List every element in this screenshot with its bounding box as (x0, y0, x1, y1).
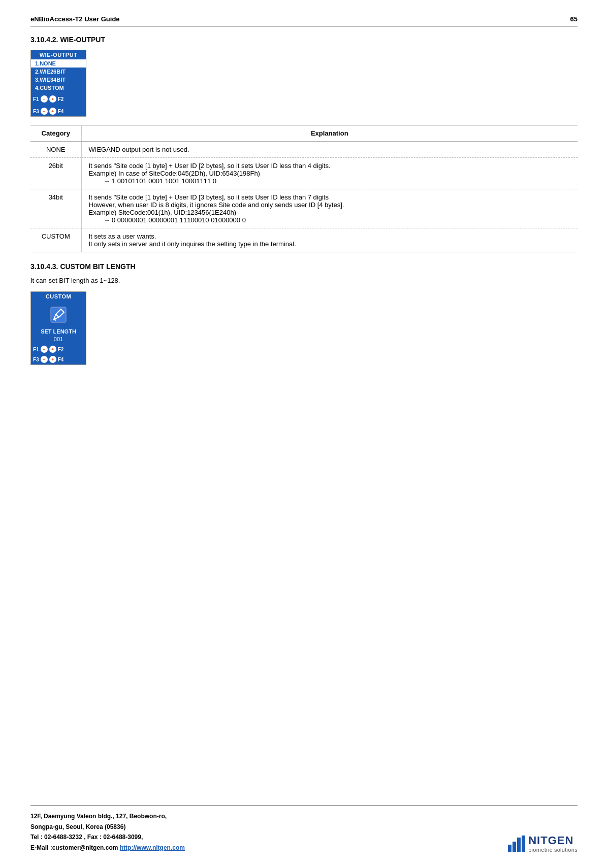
wie-output-menu: WIE-OUTPUT 1.NONE 2.WIE26BIT 3.WIE34BIT … (30, 50, 86, 117)
custom-btn3[interactable]: − (41, 356, 48, 363)
nitgen-brand-name: NITGEN (528, 834, 578, 847)
nitgen-logo: NITGEN biometric solutions (508, 834, 578, 853)
wie-footer-btn4[interactable]: + (49, 108, 56, 115)
row-none-explanation: WIEGAND output port is not used. (81, 142, 578, 158)
footer-address: 12F, Daemyung Valeon bldg., 127, Beobwon… (30, 811, 185, 853)
footer-email-label: E-Mail :customer@nitgen.com (30, 844, 118, 851)
custom-btn4[interactable]: + (49, 356, 56, 363)
stripe-1 (508, 845, 511, 852)
section-custom-bit: 3.10.4.3. CUSTOM BIT LENGTH It can set B… (30, 262, 578, 373)
wie-footer-btn1[interactable]: − (41, 95, 48, 103)
custom-footer-2: F3 − + F4 (31, 354, 86, 364)
row-none-category: NONE (30, 142, 81, 158)
table-row: 26bit It sends "Site code [1 byte] + Use… (30, 158, 578, 189)
row-26bit-category: 26bit (30, 158, 81, 189)
custom-btn2[interactable]: + (49, 346, 56, 353)
footer-line2: Songpa-gu, Seoul, Korea (05836) (30, 823, 125, 830)
custom-set-length-label: SET LENGTH (31, 327, 86, 336)
wie-footer-f2: F2 (58, 96, 64, 102)
wie-menu-item-1[interactable]: 1.NONE (31, 59, 86, 68)
row-custom-explanation: It sets as a user wants. It only sets in… (81, 228, 578, 252)
custom-f4: F4 (58, 357, 64, 362)
wie-footer-f3: F3 (33, 109, 39, 114)
stripe-4 (522, 836, 525, 852)
row-34bit-category: 34bit (30, 189, 81, 228)
wie-footer-btn2[interactable]: + (49, 95, 56, 103)
table-row: 34bit It sends "Site code [1 byte] + Use… (30, 189, 578, 228)
wie-footer-f4: F4 (58, 109, 64, 114)
page-footer: 12F, Daemyung Valeon bldg., 127, Beobwon… (30, 806, 578, 853)
stripe-3 (517, 838, 521, 852)
wie-footer-f1: F1 (33, 96, 39, 102)
footer-website[interactable]: http://www.nitgen.com (120, 844, 185, 851)
custom-f2: F2 (58, 347, 64, 352)
footer-tel: Tel : 02-6488-3232 , Fax : 02-6488-3099, (30, 833, 143, 841)
footer-logo: NITGEN biometric solutions (508, 834, 578, 853)
wie-output-table: Category Explanation NONE WIEGAND output… (30, 125, 578, 252)
wie-footer-btn3[interactable]: − (41, 108, 48, 115)
custom-set-length-value: 001 (31, 336, 86, 344)
col-header-explanation: Explanation (81, 125, 578, 142)
custom-widget: CUSTOM SET LENGTH 001 F1 − + F2 F3 − + F… (30, 291, 86, 365)
wie-menu-footer2: F3 − + F4 (31, 106, 86, 116)
custom-f3: F3 (33, 357, 39, 362)
edit-icon (49, 305, 68, 324)
header-page-number: 65 (570, 15, 578, 23)
row-34bit-explanation: It sends "Site code [1 byte] + User ID [… (81, 189, 578, 228)
wie-menu-item-2[interactable]: 2.WIE26BIT (31, 68, 86, 76)
nitgen-brand-sub: biometric solutions (528, 847, 578, 853)
nitgen-text: NITGEN biometric solutions (528, 834, 578, 853)
custom-bit-body: It can set BIT length as 1~128. (30, 277, 578, 284)
wie-output-heading: 3.10.4.2. WIE-OUTPUT (30, 36, 578, 44)
custom-f1: F1 (33, 347, 39, 352)
header-title: eNBioAccess-T2 User Guide (30, 15, 120, 23)
custom-footer-1: F1 − + F2 (31, 344, 86, 354)
wie-menu-title: WIE-OUTPUT (31, 50, 86, 59)
section-wie-output: 3.10.4.2. WIE-OUTPUT WIE-OUTPUT 1.NONE 2… (30, 36, 578, 252)
custom-bit-heading: 3.10.4.3. CUSTOM BIT LENGTH (30, 262, 578, 271)
nitgen-stripes-icon (508, 836, 525, 852)
table-row: CUSTOM It sets as a user wants. It only … (30, 228, 578, 252)
custom-btn1[interactable]: − (41, 346, 48, 353)
table-row: NONE WIEGAND output port is not used. (30, 142, 578, 158)
custom-icon-area (31, 301, 86, 327)
row-custom-category: CUSTOM (30, 228, 81, 252)
custom-widget-title: CUSTOM (31, 292, 86, 301)
page-header: eNBioAccess-T2 User Guide 65 (30, 15, 578, 26)
row-26bit-explanation: It sends "Site code [1 byte] + User ID [… (81, 158, 578, 189)
footer-line1: 12F, Daemyung Valeon bldg., 127, Beobwon… (30, 813, 167, 820)
col-header-category: Category (30, 125, 81, 142)
wie-menu-item-3[interactable]: 3.WIE34BIT (31, 76, 86, 84)
wie-menu-footer: F1 − + F2 (31, 94, 86, 104)
stripe-2 (513, 842, 516, 852)
wie-menu-item-4[interactable]: 4.CUSTOM (31, 84, 86, 92)
